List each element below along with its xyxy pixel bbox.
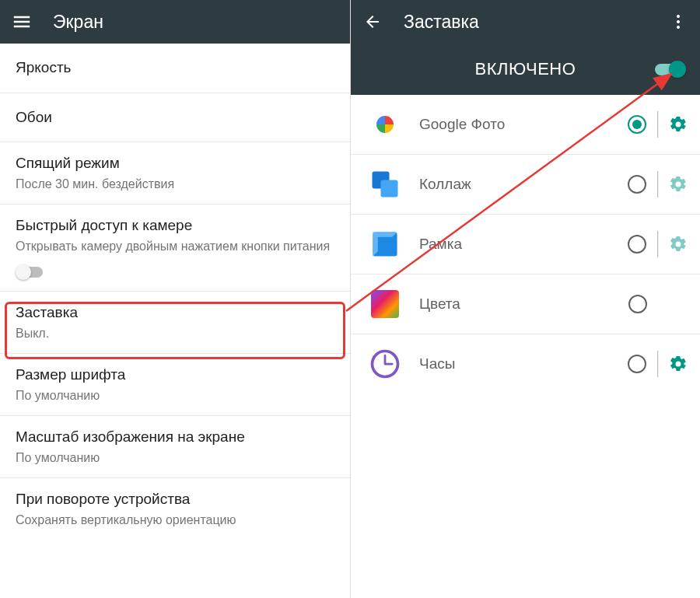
right-pane: Заставка ВКЛЮЧЕНО Google Фото (350, 0, 700, 598)
hamburger-icon[interactable] (12, 12, 31, 31)
camera-switch[interactable] (16, 264, 44, 280)
appbar-right: Заставка (351, 0, 700, 44)
radio-button[interactable] (628, 175, 646, 194)
item-label: Масштаб изображения на экране (16, 427, 334, 448)
divider (657, 171, 658, 198)
overflow-menu-icon[interactable] (669, 12, 688, 31)
svg-point-1 (677, 20, 680, 23)
page-title-right: Заставка (404, 12, 669, 33)
google-photos-icon (366, 106, 404, 143)
radio-button[interactable] (628, 235, 646, 254)
item-label: Спящий режим (16, 153, 334, 174)
collage-icon (366, 166, 404, 203)
item-sublabel: По умолчанию (16, 387, 334, 404)
colors-icon (366, 285, 404, 323)
item-label: Размер шрифта (16, 365, 334, 386)
item-label: Быстрый доступ к камере (16, 215, 330, 236)
divider (657, 231, 658, 257)
item-sublabel: По умолчанию (16, 449, 334, 467)
saver-collage[interactable]: Коллаж (351, 155, 700, 215)
gear-icon[interactable] (669, 175, 688, 194)
item-label: Обои (16, 107, 334, 128)
radio-button[interactable] (628, 355, 646, 373)
divider (657, 351, 658, 377)
saver-label: Цвета (419, 296, 628, 313)
item-label: Яркость (16, 58, 334, 79)
radio-button[interactable] (628, 295, 647, 313)
item-brightness[interactable]: Яркость (0, 44, 350, 93)
saver-label: Коллаж (419, 176, 628, 193)
item-sublabel: Открывать камеру двойным нажатием кнопки… (16, 238, 330, 255)
master-toggle[interactable] (655, 60, 686, 79)
clock-icon (366, 345, 404, 383)
item-sublabel: После 30 мин. бездействия (16, 176, 334, 193)
item-font-size[interactable]: Размер шрифта По умолчанию (0, 354, 350, 416)
item-sublabel: Выкл. (16, 325, 334, 342)
page-title-left: Экран (53, 12, 338, 33)
saver-label: Рамка (419, 236, 628, 253)
svg-rect-4 (381, 180, 398, 198)
item-sleep[interactable]: Спящий режим После 30 мин. бездействия (0, 142, 350, 205)
gear-icon[interactable] (669, 235, 688, 254)
status-label: ВКЛЮЧЕНО (475, 59, 576, 79)
saver-label: Google Фото (419, 116, 628, 133)
item-label: При повороте устройства (16, 489, 334, 510)
status-row: ВКЛЮЧЕНО (351, 44, 700, 95)
saver-clock[interactable]: Часы (351, 334, 700, 393)
item-sublabel: Сохранять вертикальную ориентацию (16, 512, 334, 529)
saver-google-photos[interactable]: Google Фото (351, 95, 700, 155)
item-wallpaper[interactable]: Обои (0, 93, 350, 143)
frame-icon (366, 226, 404, 263)
svg-point-2 (677, 26, 680, 29)
saver-colors[interactable]: Цвета (351, 275, 700, 334)
item-camera-shortcut[interactable]: Быстрый доступ к камере Открывать камеру… (0, 205, 350, 292)
item-rotation[interactable]: При повороте устройства Сохранять вертик… (0, 478, 350, 540)
item-screensaver[interactable]: Заставка Выкл. (0, 292, 350, 354)
saver-frame[interactable]: Рамка (351, 215, 700, 275)
svg-rect-7 (371, 290, 399, 318)
item-label: Заставка (16, 302, 334, 323)
svg-point-0 (677, 15, 680, 18)
back-arrow-icon[interactable] (363, 12, 382, 31)
divider (657, 111, 658, 138)
item-display-scale[interactable]: Масштаб изображения на экране По умолчан… (0, 416, 350, 478)
gear-icon[interactable] (669, 115, 688, 134)
radio-button[interactable] (628, 115, 646, 134)
saver-label: Часы (419, 355, 628, 372)
left-pane: Экран Яркость Обои Спящий режим После 30… (0, 0, 350, 598)
gear-icon[interactable] (669, 355, 688, 373)
appbar-left: Экран (0, 0, 350, 44)
